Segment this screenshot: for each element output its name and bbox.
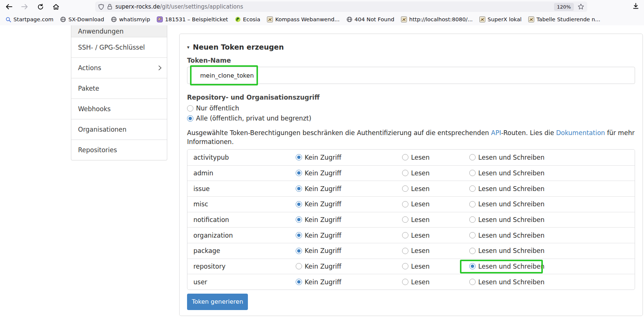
radio-icon[interactable] bbox=[187, 105, 193, 112]
radio-icon[interactable] bbox=[296, 185, 302, 192]
bookmark-item[interactable]: 181531 – Beispielticket bbox=[154, 15, 231, 24]
radio-icon[interactable] bbox=[469, 154, 476, 160]
permission-option-label: Lesen und Schreiben bbox=[478, 154, 545, 161]
permission-option-misc-read-write[interactable]: Lesen und Schreiben bbox=[469, 200, 635, 208]
permission-option-package-none[interactable]: Kein Zugriff bbox=[296, 247, 402, 254]
radio-icon[interactable] bbox=[296, 154, 302, 160]
permission-row-user: user Kein Zugriff Lesen Lesen und Schrei… bbox=[187, 274, 635, 290]
api-link[interactable]: API bbox=[491, 129, 501, 137]
generate-token-button[interactable]: Token generieren bbox=[187, 294, 248, 310]
forward-button[interactable] bbox=[19, 1, 30, 12]
radio-icon[interactable] bbox=[402, 201, 408, 207]
sidebar-item-actions[interactable]: Actions bbox=[71, 57, 167, 78]
permission-name: organization bbox=[187, 232, 296, 239]
radio-icon[interactable] bbox=[296, 248, 302, 254]
radio-icon[interactable] bbox=[402, 232, 408, 238]
radio-icon[interactable] bbox=[296, 201, 302, 207]
radio-icon[interactable] bbox=[296, 279, 302, 285]
radio-icon[interactable] bbox=[402, 154, 408, 160]
radio-icon[interactable] bbox=[469, 185, 476, 192]
permission-option-issue-none[interactable]: Kein Zugriff bbox=[296, 185, 402, 193]
radio-icon[interactable] bbox=[469, 170, 476, 176]
radio-icon[interactable] bbox=[469, 263, 476, 269]
permission-option-package-read-write[interactable]: Lesen und Schreiben bbox=[469, 247, 635, 254]
reload-button[interactable] bbox=[35, 1, 46, 12]
permission-option-notification-none[interactable]: Kein Zugriff bbox=[296, 216, 402, 223]
radio-icon[interactable] bbox=[296, 232, 302, 238]
permission-option-package-read[interactable]: Lesen bbox=[402, 247, 469, 254]
bookmark-item[interactable]: whatismyip bbox=[108, 15, 153, 24]
bookmark-label: 181531 – Beispielticket bbox=[165, 16, 228, 22]
radio-icon[interactable] bbox=[296, 216, 302, 223]
url-bar[interactable]: superx-rocks.de/git/user/settings/applic… bbox=[95, 1, 587, 12]
globe-icon bbox=[111, 16, 117, 22]
radio-icon[interactable] bbox=[402, 248, 408, 254]
shield-icon[interactable] bbox=[98, 4, 104, 10]
permission-option-activitypub-read[interactable]: Lesen bbox=[402, 154, 469, 161]
back-button[interactable] bbox=[4, 1, 14, 12]
page-content: Anwendungen SSH- / GPG-Schlüssel Actions… bbox=[0, 25, 644, 319]
radio-icon[interactable] bbox=[296, 170, 302, 176]
scope-option-all[interactable]: Alle (öffentlich, privat und begrenzt) bbox=[187, 115, 635, 122]
permission-option-user-read[interactable]: Lesen bbox=[402, 278, 469, 286]
permission-option-misc-none[interactable]: Kein Zugriff bbox=[296, 200, 402, 208]
scope-option-public-only[interactable]: Nur öffentlich bbox=[187, 104, 635, 112]
permission-option-activitypub-read-write[interactable]: Lesen und Schreiben bbox=[469, 154, 635, 161]
bookmark-item[interactable]: Ecosia bbox=[232, 15, 263, 24]
permission-option-issue-read[interactable]: Lesen bbox=[402, 185, 469, 193]
permission-option-admin-none[interactable]: Kein Zugriff bbox=[296, 169, 402, 177]
documentation-link[interactable]: Dokumentation bbox=[556, 129, 605, 137]
permission-option-issue-read-write[interactable]: Lesen und Schreiben bbox=[469, 185, 635, 193]
sidebar-item-repositories[interactable]: Repositories bbox=[71, 140, 167, 160]
generate-token-section-header[interactable]: ▾ Neuen Token erzeugen bbox=[187, 43, 635, 51]
zoom-level-badge[interactable]: 120% bbox=[554, 3, 574, 11]
bookmark-item[interactable]: Kompass Webanwend... bbox=[264, 15, 342, 24]
permission-option-repository-read[interactable]: Lesen bbox=[402, 263, 469, 270]
home-button[interactable] bbox=[51, 1, 61, 12]
radio-icon[interactable] bbox=[402, 216, 408, 223]
section-title: Neuen Token erzeugen bbox=[193, 43, 284, 51]
permission-option-organization-none[interactable]: Kein Zugriff bbox=[296, 232, 402, 239]
permissions-info-text: Ausgewählte Token-Berechtigungen beschrä… bbox=[187, 128, 636, 146]
permission-option-repository-none[interactable]: Kein Zugriff bbox=[296, 263, 402, 270]
radio-icon[interactable] bbox=[469, 201, 476, 207]
bookmark-item[interactable]: Startpage.com bbox=[3, 15, 56, 24]
permission-option-misc-read[interactable]: Lesen bbox=[402, 200, 469, 208]
permission-option-repository-read-write[interactable]: Lesen und Schreiben bbox=[469, 263, 635, 270]
radio-icon[interactable] bbox=[469, 248, 476, 254]
radio-icon[interactable] bbox=[469, 232, 476, 238]
token-name-input[interactable] bbox=[187, 67, 635, 84]
radio-icon[interactable] bbox=[187, 115, 193, 122]
sidebar-item-pakete[interactable]: Pakete bbox=[71, 78, 167, 98]
radio-icon[interactable] bbox=[402, 263, 408, 269]
bookmark-item[interactable]: Tabelle Studierende n... bbox=[526, 15, 603, 24]
permission-option-organization-read-write[interactable]: Lesen und Schreiben bbox=[469, 232, 635, 239]
radio-icon[interactable] bbox=[402, 279, 408, 285]
permissions-table: activitypub Kein Zugriff Lesen Lesen und… bbox=[187, 149, 635, 290]
permission-option-admin-read[interactable]: Lesen bbox=[402, 169, 469, 177]
permission-option-notification-read[interactable]: Lesen bbox=[402, 216, 469, 223]
radio-icon[interactable] bbox=[402, 185, 408, 192]
permission-option-admin-read-write[interactable]: Lesen und Schreiben bbox=[469, 169, 635, 177]
permission-option-user-none[interactable]: Kein Zugriff bbox=[296, 278, 402, 286]
sidebar-item-organisationen[interactable]: Organisationen bbox=[71, 119, 167, 140]
sidebar-item-webhooks[interactable]: Webhooks bbox=[71, 98, 167, 119]
permission-option-notification-read-write[interactable]: Lesen und Schreiben bbox=[469, 216, 635, 223]
bookmark-star-icon[interactable] bbox=[578, 3, 584, 10]
bookmark-item[interactable]: SuperX lokal bbox=[477, 15, 524, 24]
bookmark-item[interactable]: http://localhost:8080/... bbox=[398, 15, 475, 24]
bookmark-item[interactable]: 404 Not Found bbox=[344, 15, 397, 24]
radio-icon[interactable] bbox=[402, 170, 408, 176]
downloads-icon[interactable] bbox=[632, 2, 640, 10]
bookmark-item[interactable]: SX-Download bbox=[57, 15, 107, 24]
sidebar-item-anwendungen[interactable]: Anwendungen bbox=[71, 25, 167, 37]
radio-icon[interactable] bbox=[469, 216, 476, 223]
radio-icon[interactable] bbox=[296, 263, 302, 269]
sidebar-item-ssh-gpg-schl-ssel[interactable]: SSH- / GPG-Schlüssel bbox=[71, 37, 167, 57]
permission-option-organization-read[interactable]: Lesen bbox=[402, 232, 469, 239]
radio-icon[interactable] bbox=[469, 279, 476, 285]
lock-icon[interactable] bbox=[107, 4, 112, 10]
permission-option-activitypub-none[interactable]: Kein Zugriff bbox=[296, 154, 402, 161]
permission-option-label: Lesen und Schreiben bbox=[478, 263, 545, 270]
permission-option-user-read-write[interactable]: Lesen und Schreiben bbox=[469, 278, 635, 286]
